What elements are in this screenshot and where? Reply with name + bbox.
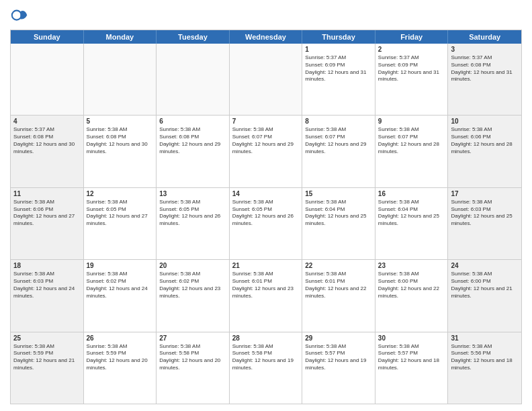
cell-sun-info: Sunrise: 5:38 AMSunset: 6:06 PMDaylight:…	[451, 126, 519, 155]
cell-sun-info: Sunrise: 5:38 AMSunset: 5:59 PMDaylight:…	[13, 343, 81, 372]
day-cell-28: 28Sunrise: 5:38 AMSunset: 5:58 PMDayligh…	[230, 332, 303, 404]
cell-sun-info: Sunrise: 5:37 AMSunset: 6:08 PMDaylight:…	[13, 126, 81, 155]
day-cell-13: 13Sunrise: 5:38 AMSunset: 6:05 PMDayligh…	[157, 188, 230, 259]
day-number: 14	[232, 190, 300, 197]
day-number: 2	[378, 46, 445, 53]
cell-sun-info: Sunrise: 5:38 AMSunset: 6:07 PMDaylight:…	[232, 126, 300, 155]
day-cell-25: 25Sunrise: 5:38 AMSunset: 5:59 PMDayligh…	[11, 332, 84, 404]
day-cell-21: 21Sunrise: 5:38 AMSunset: 6:01 PMDayligh…	[230, 260, 303, 331]
empty-cell	[84, 44, 157, 115]
day-number: 24	[451, 262, 519, 269]
empty-cell	[230, 44, 303, 115]
cell-sun-info: Sunrise: 5:38 AMSunset: 5:56 PMDaylight:…	[451, 343, 519, 372]
calendar-body: 1Sunrise: 5:37 AMSunset: 6:09 PMDaylight…	[11, 44, 521, 404]
day-number: 5	[87, 118, 154, 125]
day-number: 21	[232, 262, 300, 269]
day-cell-2: 2Sunrise: 5:37 AMSunset: 6:09 PMDaylight…	[375, 44, 449, 115]
day-number: 1	[305, 46, 372, 53]
day-number: 10	[451, 118, 519, 125]
day-cell-8: 8Sunrise: 5:38 AMSunset: 6:07 PMDaylight…	[302, 116, 375, 187]
day-cell-20: 20Sunrise: 5:38 AMSunset: 6:02 PMDayligh…	[157, 260, 230, 331]
day-header-monday: Monday	[84, 30, 157, 44]
cell-sun-info: Sunrise: 5:38 AMSunset: 6:05 PMDaylight:…	[232, 199, 300, 228]
empty-cell	[157, 44, 230, 115]
day-number: 30	[378, 334, 445, 342]
day-cell-14: 14Sunrise: 5:38 AMSunset: 6:05 PMDayligh…	[230, 188, 303, 259]
day-cell-1: 1Sunrise: 5:37 AMSunset: 6:09 PMDaylight…	[302, 44, 375, 115]
day-header-sunday: Sunday	[11, 30, 84, 44]
calendar-row-1: 1Sunrise: 5:37 AMSunset: 6:09 PMDaylight…	[11, 44, 521, 116]
calendar-header: SundayMondayTuesdayWednesdayThursdayFrid…	[11, 30, 521, 44]
calendar-row-2: 4Sunrise: 5:37 AMSunset: 6:08 PMDaylight…	[11, 116, 521, 187]
day-header-tuesday: Tuesday	[157, 30, 230, 44]
page: SundayMondayTuesdayWednesdayThursdayFrid…	[0, 0, 532, 411]
day-number: 28	[232, 334, 300, 342]
day-number: 22	[305, 262, 372, 269]
day-number: 23	[378, 262, 445, 269]
day-number: 3	[451, 46, 519, 53]
day-number: 4	[13, 118, 81, 125]
day-cell-16: 16Sunrise: 5:38 AMSunset: 6:04 PMDayligh…	[375, 188, 449, 259]
cell-sun-info: Sunrise: 5:38 AMSunset: 6:00 PMDaylight:…	[378, 271, 445, 300]
cell-sun-info: Sunrise: 5:37 AMSunset: 6:09 PMDaylight:…	[305, 54, 372, 83]
day-number: 19	[87, 262, 154, 269]
day-number: 13	[159, 190, 226, 197]
cell-sun-info: Sunrise: 5:38 AMSunset: 6:01 PMDaylight:…	[305, 271, 372, 300]
cell-sun-info: Sunrise: 5:38 AMSunset: 6:07 PMDaylight:…	[305, 126, 372, 155]
day-cell-9: 9Sunrise: 5:38 AMSunset: 6:07 PMDaylight…	[375, 116, 449, 187]
day-cell-6: 6Sunrise: 5:38 AMSunset: 6:08 PMDaylight…	[157, 116, 230, 187]
day-number: 18	[13, 262, 81, 269]
cell-sun-info: Sunrise: 5:38 AMSunset: 6:06 PMDaylight:…	[13, 199, 81, 228]
day-number: 20	[159, 262, 226, 269]
day-cell-15: 15Sunrise: 5:38 AMSunset: 6:04 PMDayligh…	[302, 188, 375, 259]
empty-cell	[11, 44, 84, 115]
cell-sun-info: Sunrise: 5:38 AMSunset: 6:03 PMDaylight:…	[13, 271, 81, 300]
day-number: 12	[87, 190, 154, 197]
cell-sun-info: Sunrise: 5:38 AMSunset: 5:58 PMDaylight:…	[232, 343, 300, 372]
day-cell-29: 29Sunrise: 5:38 AMSunset: 5:57 PMDayligh…	[302, 332, 375, 404]
day-cell-22: 22Sunrise: 5:38 AMSunset: 6:01 PMDayligh…	[302, 260, 375, 331]
day-cell-11: 11Sunrise: 5:38 AMSunset: 6:06 PMDayligh…	[11, 188, 84, 259]
day-cell-4: 4Sunrise: 5:37 AMSunset: 6:08 PMDaylight…	[11, 116, 84, 187]
cell-sun-info: Sunrise: 5:38 AMSunset: 6:04 PMDaylight:…	[378, 199, 445, 228]
cell-sun-info: Sunrise: 5:38 AMSunset: 6:07 PMDaylight:…	[378, 126, 445, 155]
day-number: 15	[305, 190, 372, 197]
cell-sun-info: Sunrise: 5:38 AMSunset: 6:05 PMDaylight:…	[87, 199, 154, 228]
calendar: SundayMondayTuesdayWednesdayThursdayFrid…	[10, 30, 522, 404]
calendar-row-5: 25Sunrise: 5:38 AMSunset: 5:59 PMDayligh…	[11, 332, 521, 404]
cell-sun-info: Sunrise: 5:38 AMSunset: 6:02 PMDaylight:…	[87, 271, 154, 300]
cell-sun-info: Sunrise: 5:38 AMSunset: 6:08 PMDaylight:…	[159, 126, 226, 155]
calendar-row-3: 11Sunrise: 5:38 AMSunset: 6:06 PMDayligh…	[11, 188, 521, 260]
cell-sun-info: Sunrise: 5:38 AMSunset: 5:57 PMDaylight:…	[305, 343, 372, 372]
day-number: 27	[159, 334, 226, 342]
day-number: 6	[159, 118, 226, 125]
cell-sun-info: Sunrise: 5:38 AMSunset: 6:08 PMDaylight:…	[87, 126, 154, 155]
cell-sun-info: Sunrise: 5:37 AMSunset: 6:08 PMDaylight:…	[451, 54, 519, 83]
day-number: 29	[305, 334, 372, 342]
day-cell-27: 27Sunrise: 5:38 AMSunset: 5:58 PMDayligh…	[157, 332, 230, 404]
calendar-row-4: 18Sunrise: 5:38 AMSunset: 6:03 PMDayligh…	[11, 260, 521, 332]
day-header-thursday: Thursday	[302, 30, 375, 44]
cell-sun-info: Sunrise: 5:38 AMSunset: 6:00 PMDaylight:…	[451, 271, 519, 300]
day-cell-19: 19Sunrise: 5:38 AMSunset: 6:02 PMDayligh…	[84, 260, 157, 331]
cell-sun-info: Sunrise: 5:38 AMSunset: 6:05 PMDaylight:…	[159, 199, 226, 228]
day-cell-17: 17Sunrise: 5:38 AMSunset: 6:03 PMDayligh…	[448, 188, 521, 259]
logo-icon	[10, 7, 29, 26]
cell-sun-info: Sunrise: 5:38 AMSunset: 5:59 PMDaylight:…	[87, 343, 154, 372]
day-header-saturday: Saturday	[448, 30, 521, 44]
day-cell-10: 10Sunrise: 5:38 AMSunset: 6:06 PMDayligh…	[448, 116, 521, 187]
day-number: 16	[378, 190, 445, 197]
cell-sun-info: Sunrise: 5:37 AMSunset: 6:09 PMDaylight:…	[378, 54, 445, 83]
day-cell-5: 5Sunrise: 5:38 AMSunset: 6:08 PMDaylight…	[84, 116, 157, 187]
day-number: 7	[232, 118, 300, 125]
day-number: 31	[451, 334, 519, 342]
day-header-friday: Friday	[375, 30, 449, 44]
cell-sun-info: Sunrise: 5:38 AMSunset: 6:04 PMDaylight:…	[305, 199, 372, 228]
day-number: 8	[305, 118, 372, 125]
day-cell-31: 31Sunrise: 5:38 AMSunset: 5:56 PMDayligh…	[448, 332, 521, 404]
cell-sun-info: Sunrise: 5:38 AMSunset: 6:01 PMDaylight:…	[232, 271, 300, 300]
cell-sun-info: Sunrise: 5:38 AMSunset: 5:57 PMDaylight:…	[378, 343, 445, 372]
day-cell-23: 23Sunrise: 5:38 AMSunset: 6:00 PMDayligh…	[375, 260, 449, 331]
day-cell-7: 7Sunrise: 5:38 AMSunset: 6:07 PMDaylight…	[230, 116, 303, 187]
day-cell-3: 3Sunrise: 5:37 AMSunset: 6:08 PMDaylight…	[448, 44, 521, 115]
